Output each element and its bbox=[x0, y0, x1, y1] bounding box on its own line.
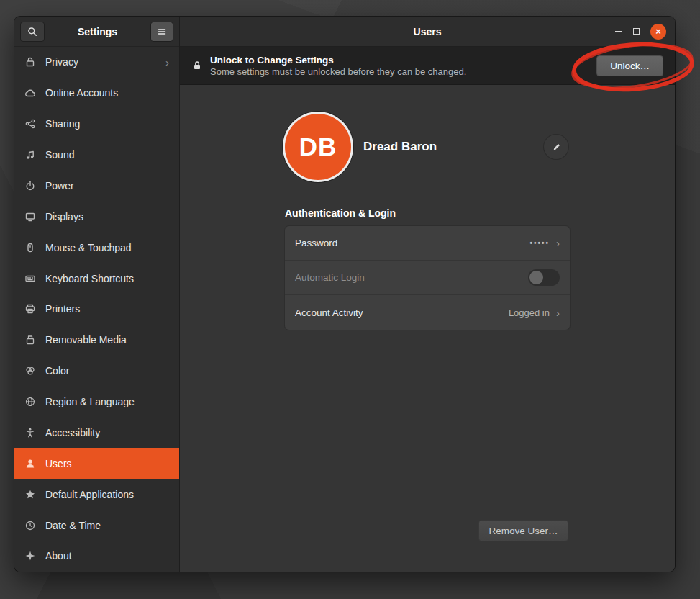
sidebar-item-label: Default Applications bbox=[45, 489, 134, 500]
account-activity-row[interactable]: Account Activity Logged in › bbox=[285, 295, 570, 330]
unlock-button[interactable]: Unlock… bbox=[596, 55, 663, 76]
accessibility-icon bbox=[24, 427, 36, 438]
sidebar-item-label: Users bbox=[45, 458, 72, 469]
cloud-icon bbox=[24, 87, 36, 99]
sidebar-item-keyboard-shortcuts[interactable]: Keyboard Shortcuts bbox=[14, 263, 179, 294]
hamburger-icon bbox=[156, 26, 168, 37]
avatar: DB bbox=[285, 114, 351, 180]
sidebar-header: Settings bbox=[14, 17, 179, 47]
lock-icon bbox=[191, 60, 203, 71]
sidebar-item-default-applications[interactable]: Default Applications bbox=[14, 479, 179, 510]
sidebar-item-label: About bbox=[45, 550, 72, 562]
sidebar-item-region-language[interactable]: Region & Language bbox=[14, 387, 179, 418]
avatar-initials: DB bbox=[299, 132, 337, 161]
page-title: Users bbox=[414, 26, 442, 37]
sidebar-item-label: Power bbox=[45, 180, 74, 192]
password-label: Password bbox=[295, 238, 337, 248]
user-name: Dread Baron bbox=[363, 140, 437, 154]
star-icon bbox=[24, 489, 36, 500]
headerbar: Users × bbox=[180, 17, 675, 47]
sidebar-item-online-accounts[interactable]: Online Accounts bbox=[14, 78, 179, 109]
content-area: DB Dread Baron Authentication & Login Pa… bbox=[180, 85, 675, 572]
window-controls: × bbox=[615, 17, 666, 46]
pencil-icon bbox=[551, 142, 562, 153]
toggle-knob bbox=[529, 271, 543, 284]
chevron-right-icon: › bbox=[556, 238, 560, 248]
sidebar-item-users[interactable]: Users bbox=[14, 448, 179, 479]
sidebar-item-printers[interactable]: Printers bbox=[14, 294, 179, 325]
sidebar-item-mouse-touchpad[interactable]: Mouse & Touchpad bbox=[14, 232, 179, 263]
printer-icon bbox=[24, 303, 36, 315]
display-icon bbox=[24, 211, 36, 222]
mouse-icon bbox=[24, 242, 36, 253]
sidebar-list: Privacy › Online Accounts Sharing Sound … bbox=[14, 47, 179, 572]
sidebar-item-sound[interactable]: Sound bbox=[14, 140, 179, 171]
maximize-button[interactable] bbox=[633, 28, 640, 35]
sidebar-item-label: Sharing bbox=[45, 118, 80, 130]
password-row[interactable]: Password ••••• › bbox=[285, 226, 570, 261]
automatic-login-row: Automatic Login bbox=[285, 261, 570, 295]
removable-media-icon bbox=[24, 334, 36, 346]
banner-text: Unlock to Change Settings Some settings … bbox=[210, 55, 466, 77]
keyboard-icon bbox=[24, 273, 36, 284]
settings-window: Settings Privacy › Online Accounts Shari… bbox=[14, 17, 675, 572]
sidebar-item-label: Privacy bbox=[45, 56, 78, 68]
sidebar-item-label: Accessibility bbox=[45, 427, 100, 438]
automatic-login-label: Automatic Login bbox=[295, 272, 365, 283]
sidebar-title: Settings bbox=[45, 26, 150, 37]
sidebar-item-label: Removable Media bbox=[45, 334, 127, 346]
account-activity-label: Account Activity bbox=[295, 307, 363, 318]
sidebar-item-about[interactable]: About bbox=[14, 541, 179, 572]
sidebar-item-label: Online Accounts bbox=[45, 87, 118, 99]
globe-icon bbox=[24, 396, 36, 407]
automatic-login-toggle[interactable] bbox=[528, 269, 560, 286]
clock-icon bbox=[24, 520, 36, 531]
minimize-button[interactable] bbox=[615, 31, 622, 32]
power-icon bbox=[24, 180, 36, 192]
search-icon bbox=[27, 26, 38, 37]
about-icon bbox=[24, 550, 36, 562]
color-icon bbox=[24, 365, 36, 377]
chevron-right-icon: › bbox=[165, 57, 169, 68]
banner-subtitle: Some settings must be unlocked before th… bbox=[210, 66, 466, 77]
sidebar-item-color[interactable]: Color bbox=[14, 356, 179, 387]
menu-button[interactable] bbox=[150, 22, 173, 42]
sidebar-item-label: Printers bbox=[45, 303, 80, 315]
sidebar-item-accessibility[interactable]: Accessibility bbox=[14, 418, 179, 449]
sidebar-item-sharing[interactable]: Sharing bbox=[14, 109, 179, 140]
close-button[interactable]: × bbox=[650, 24, 666, 40]
share-icon bbox=[24, 118, 36, 130]
chevron-right-icon: › bbox=[556, 307, 560, 318]
sidebar-item-power[interactable]: Power bbox=[14, 171, 179, 202]
sidebar-item-label: Displays bbox=[45, 211, 83, 222]
section-title: Authentication & Login bbox=[285, 207, 396, 219]
music-note-icon bbox=[24, 149, 36, 161]
sidebar-item-label: Color bbox=[45, 365, 69, 377]
sidebar-item-label: Mouse & Touchpad bbox=[45, 242, 132, 253]
auth-settings-group: Password ••••• › Automatic Login Account… bbox=[285, 226, 570, 330]
sidebar-item-removable-media[interactable]: Removable Media bbox=[14, 325, 179, 356]
password-value: ••••• bbox=[529, 239, 550, 247]
sidebar-item-label: Date & Time bbox=[45, 520, 101, 531]
sidebar-item-label: Keyboard Shortcuts bbox=[45, 273, 134, 284]
banner-title: Unlock to Change Settings bbox=[210, 55, 466, 66]
users-icon bbox=[24, 458, 36, 469]
sidebar-item-label: Region & Language bbox=[45, 396, 135, 407]
account-activity-value: Logged in bbox=[509, 307, 550, 318]
remove-user-button[interactable]: Remove User… bbox=[478, 520, 568, 541]
sidebar-item-displays[interactable]: Displays bbox=[14, 201, 179, 232]
main-pane: Users × Unlock to Change Settings Some s… bbox=[180, 17, 675, 572]
sidebar-item-privacy[interactable]: Privacy › bbox=[14, 47, 179, 78]
sidebar-item-date-time[interactable]: Date & Time bbox=[14, 510, 179, 541]
sidebar-item-label: Sound bbox=[45, 149, 74, 161]
search-button[interactable] bbox=[20, 22, 45, 42]
unlock-banner: Unlock to Change Settings Some settings … bbox=[180, 47, 675, 85]
edit-name-button[interactable] bbox=[544, 135, 568, 159]
sidebar: Settings Privacy › Online Accounts Shari… bbox=[14, 17, 180, 572]
lock-icon bbox=[24, 56, 36, 68]
